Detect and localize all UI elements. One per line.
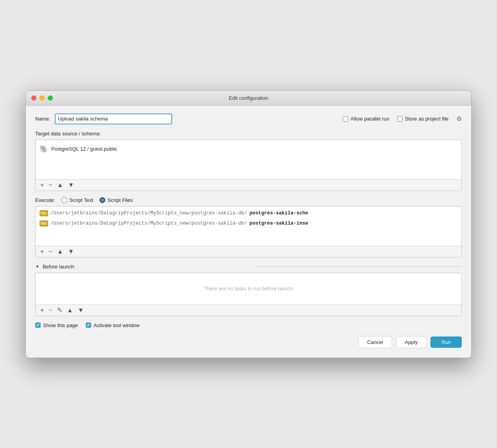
datasource-remove-button[interactable]: − [47, 181, 54, 189]
content-area: Name: Allow parallel run Store as projec… [26, 106, 471, 358]
datasource-list: 🐘 PostgreSQL 12 / guest.public [36, 140, 461, 179]
script-path-bold-1: postgres-sakila-sche [250, 211, 308, 216]
script-path-normal-2: /Users/jetbrains/DatagripProjects/MyScri… [50, 221, 247, 226]
show-page-label: Show this page [43, 322, 78, 328]
footer: Cancel Apply Run [35, 336, 462, 348]
before-launch-toggle-icon[interactable]: ▼ [35, 264, 40, 269]
execute-label: Execute: [35, 197, 55, 203]
sql-badge-2: SQL [40, 220, 48, 227]
store-project-checkbox[interactable] [397, 116, 403, 122]
before-launch-down-button[interactable]: ▼ [76, 306, 86, 314]
allow-parallel-checkbox[interactable] [343, 116, 348, 122]
script-item-1[interactable]: SQL /Users/jetbrains/DatagripProjects/My… [36, 208, 461, 218]
datasource-up-button[interactable]: ▲ [56, 181, 65, 189]
scripts-toolbar: + − ▲ ▼ [36, 246, 461, 257]
script-text-option: Script Text [61, 197, 93, 203]
minimize-button[interactable] [40, 95, 45, 101]
maximize-button[interactable] [48, 95, 53, 101]
datasource-add-button[interactable]: + [39, 181, 45, 189]
before-launch-up-button[interactable]: ▲ [65, 306, 75, 314]
scripts-remove-button[interactable]: − [47, 248, 54, 255]
before-launch-toolbar: + − ✎ ▲ ▼ [36, 304, 461, 316]
store-project-group: Store as project file [397, 116, 448, 122]
before-launch-label: Before launch [43, 264, 250, 270]
script-files-option: Script Files [99, 197, 133, 203]
target-section-label: Target data source / schema: [35, 131, 462, 137]
allow-parallel-group: Allow parallel run [343, 116, 389, 122]
show-page-checkbox[interactable] [35, 322, 41, 328]
name-label: Name: [35, 116, 50, 122]
name-input[interactable] [55, 113, 172, 124]
before-launch-divider [254, 266, 462, 267]
scripts-down-button[interactable]: ▼ [67, 248, 76, 255]
script-path-bold-2: postgres-sakila-inse [250, 221, 308, 226]
datasource-item[interactable]: 🐘 PostgreSQL 12 / guest.public [40, 143, 457, 155]
scripts-panel: SQL /Users/jetbrains/DatagripProjects/My… [35, 206, 462, 257]
datasource-panel: 🐘 PostgreSQL 12 / guest.public + − ▲ ▼ [35, 140, 462, 191]
activate-tool-label: Activate tool window [94, 322, 140, 328]
apply-button[interactable]: Apply [396, 336, 427, 348]
script-text-radio[interactable] [61, 197, 67, 203]
scripts-list: SQL /Users/jetbrains/DatagripProjects/My… [36, 207, 461, 246]
datasource-text: PostgreSQL 12 / guest.public [51, 146, 117, 152]
window-controls [31, 95, 53, 101]
store-project-label: Store as project file [405, 116, 448, 122]
script-files-label: Script Files [108, 197, 133, 203]
empty-tasks-message: There are no tasks to run before launch [36, 273, 461, 304]
scripts-add-button[interactable]: + [39, 248, 45, 255]
show-page-group: Show this page [35, 322, 78, 328]
scripts-up-button[interactable]: ▲ [56, 248, 65, 255]
script-path-normal-1: /Users/jetbrains/DatagripProjects/MyScri… [50, 211, 247, 216]
script-text-label: Script Text [70, 197, 93, 203]
sql-badge-1: SQL [40, 210, 48, 216]
activate-tool-group: Activate tool window [86, 322, 140, 328]
name-row: Name: Allow parallel run Store as projec… [35, 113, 462, 124]
run-button[interactable]: Run [430, 336, 462, 348]
activate-tool-checkbox[interactable] [86, 322, 91, 328]
script-files-radio[interactable] [99, 197, 105, 203]
before-launch-remove-button[interactable]: − [47, 306, 54, 314]
gear-icon[interactable]: ⚙ [456, 115, 462, 122]
bottom-options: Show this page Activate tool window [35, 322, 462, 328]
title-bar: Edit configuration [26, 91, 471, 106]
datasource-toolbar: + − ▲ ▼ [36, 179, 461, 191]
before-launch-add-button[interactable]: + [39, 306, 45, 314]
script-item-2[interactable]: SQL /Users/jetbrains/DatagripProjects/My… [36, 218, 461, 228]
name-options: Allow parallel run Store as project file… [343, 115, 462, 122]
edit-configuration-window: Edit configuration Name: Allow parallel … [25, 90, 472, 358]
postgresql-icon: 🐘 [40, 145, 48, 153]
datasource-down-button[interactable]: ▼ [67, 181, 76, 189]
before-launch-header: ▼ Before launch [35, 264, 462, 270]
before-launch-edit-button[interactable]: ✎ [56, 306, 64, 314]
before-launch-panel: There are no tasks to run before launch … [35, 273, 462, 316]
close-button[interactable] [31, 95, 36, 101]
execute-row: Execute: Script Text Script Files [35, 197, 462, 203]
allow-parallel-label: Allow parallel run [351, 116, 389, 122]
cancel-button[interactable]: Cancel [358, 336, 392, 348]
window-title: Edit configuration [229, 95, 268, 101]
